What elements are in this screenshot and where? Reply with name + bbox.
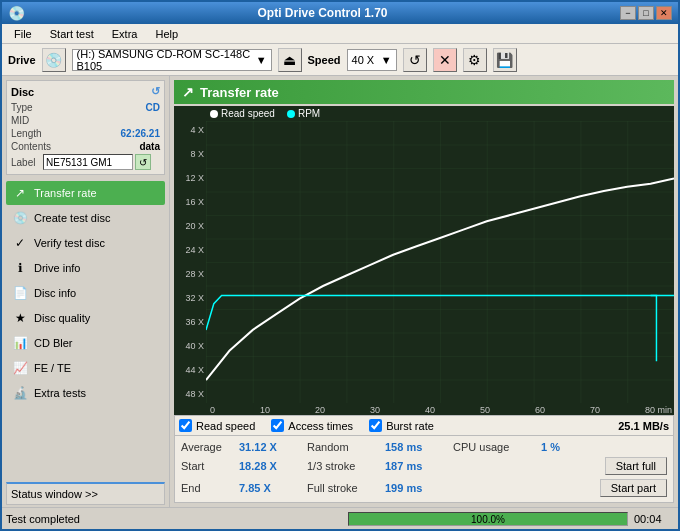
stroke-value: 187 ms [385,460,445,472]
sidebar-label-cd-bler: CD Bler [34,337,73,349]
label-refresh-btn[interactable]: ↺ [135,154,151,170]
sidebar-item-disc-quality[interactable]: ★ Disc quality [6,306,165,330]
sidebar-label-verify-test-disc: Verify test disc [34,237,105,249]
chart-title: Transfer rate [200,85,279,100]
legend-read-speed: Read speed [210,108,275,119]
status-window-button[interactable]: Status window >> [6,482,165,505]
menu-bar: File Start test Extra Help [2,24,678,44]
disc-length-row: Length 62:26.21 [11,128,160,139]
drive-dropdown-arrow: ▼ [256,54,267,66]
burst-rate-value: 25.1 MB/s [618,420,669,432]
stats-row-end: End 7.85 X Full stroke 199 ms Start part [181,477,667,499]
disc-title: Disc [11,86,34,98]
stats-area: Average 31.12 X Random 158 ms CPU usage … [174,435,674,503]
chart-area: 48 X 44 X 40 X 36 X 32 X 28 X 24 X 20 X … [174,121,674,415]
toolbar: Drive 💿 (H:) SAMSUNG CD-ROM SC-148C B105… [2,44,678,76]
menu-start-test[interactable]: Start test [42,26,102,42]
start-value: 18.28 X [239,460,299,472]
sidebar-item-cd-bler[interactable]: 📊 CD Bler [6,331,165,355]
cd-bler-icon: 📊 [12,335,28,351]
sidebar-label-disc-quality: Disc quality [34,312,90,324]
read-speed-checkbox-item: Read speed [179,419,255,432]
sidebar-item-transfer-rate[interactable]: ↗ Transfer rate [6,181,165,205]
create-test-disc-icon: 💿 [12,210,28,226]
progress-text: 100.0% [349,514,627,525]
refresh-speed-btn[interactable]: ↺ [403,48,427,72]
end-label: End [181,482,231,494]
sidebar-item-drive-info[interactable]: ℹ Drive info [6,256,165,280]
stats-row-average: Average 31.12 X Random 158 ms CPU usage … [181,439,667,455]
time-display: 00:04 [634,513,674,525]
disc-contents-row: Contents data [11,141,160,152]
burst-rate-checkbox[interactable] [369,419,382,432]
sidebar-menu: ↗ Transfer rate 💿 Create test disc ✓ Ver… [2,179,169,480]
sidebar-item-extra-tests[interactable]: 🔬 Extra tests [6,381,165,405]
eject-button[interactable]: ⏏ [278,48,302,72]
length-label: Length [11,128,42,139]
close-button[interactable]: ✕ [656,6,672,20]
menu-help[interactable]: Help [147,26,186,42]
checkboxes-row: Read speed Access times Burst rate 25.1 … [174,415,674,435]
average-label: Average [181,441,231,453]
maximize-button[interactable]: □ [638,6,654,20]
progress-bar-container: 100.0% [348,512,628,526]
y-axis: 48 X 44 X 40 X 36 X 32 X 28 X 24 X 20 X … [174,121,206,403]
stats-row-start: Start 18.28 X 1/3 stroke 187 ms Start fu… [181,455,667,477]
read-speed-label: Read speed [221,108,275,119]
drive-info-icon: ℹ [12,260,28,276]
disc-mid-row: MID [11,115,160,126]
sidebar: Disc ↺ Type CD MID Length 62:26.21 Conte… [2,76,170,507]
full-stroke-label: Full stroke [307,482,377,494]
contents-label: Contents [11,141,51,152]
cpu-label: CPU usage [453,441,533,453]
start-part-button[interactable]: Start part [600,479,667,497]
disc-label-row: Label ↺ [11,154,160,170]
access-times-checkbox-label: Access times [288,420,353,432]
random-value: 158 ms [385,441,445,453]
window: 💿 Opti Drive Control 1.70 − □ ✕ File Sta… [0,0,680,531]
menu-extra[interactable]: Extra [104,26,146,42]
title: Opti Drive Control 1.70 [257,6,387,20]
drive-select[interactable]: (H:) SAMSUNG CD-ROM SC-148C B105 ▼ [72,49,272,71]
speed-select[interactable]: 40 X ▼ [347,49,397,71]
sidebar-item-fe-te[interactable]: 📈 FE / TE [6,356,165,380]
stroke-label: 1/3 stroke [307,460,377,472]
start-full-button[interactable]: Start full [605,457,667,475]
menu-file[interactable]: File [6,26,40,42]
sidebar-label-drive-info: Drive info [34,262,80,274]
legend-rpm: RPM [287,108,320,119]
minimize-button[interactable]: − [620,6,636,20]
drive-icon-btn[interactable]: 💿 [42,48,66,72]
save-btn[interactable]: 💾 [493,48,517,72]
content-area: ↗ Transfer rate Read speed RPM [170,76,678,507]
sidebar-item-verify-test-disc[interactable]: ✓ Verify test disc [6,231,165,255]
sidebar-item-create-test-disc[interactable]: 💿 Create test disc [6,206,165,230]
verify-test-disc-icon: ✓ [12,235,28,251]
speed-dropdown-arrow: ▼ [381,54,392,66]
read-speed-checkbox[interactable] [179,419,192,432]
transfer-rate-icon: ↗ [12,185,28,201]
disc-refresh-icon[interactable]: ↺ [151,85,160,98]
drive-label: Drive [8,54,36,66]
fe-te-icon: 📈 [12,360,28,376]
sidebar-label-disc-info: Disc info [34,287,76,299]
sidebar-item-disc-info[interactable]: 📄 Disc info [6,281,165,305]
disc-info-icon: 📄 [12,285,28,301]
disc-label-input[interactable] [43,154,133,170]
clear-btn[interactable]: ✕ [433,48,457,72]
start-label: Start [181,460,231,472]
type-value: CD [146,102,160,113]
read-speed-checkbox-label: Read speed [196,420,255,432]
cpu-value: 1 % [541,441,591,453]
full-stroke-value: 199 ms [385,482,445,494]
sidebar-label-create-test-disc: Create test disc [34,212,110,224]
access-times-checkbox-item: Access times [271,419,353,432]
settings-btn[interactable]: ⚙ [463,48,487,72]
extra-tests-icon: 🔬 [12,385,28,401]
disc-panel: Disc ↺ Type CD MID Length 62:26.21 Conte… [6,80,165,175]
status-text: Test completed [6,513,342,525]
chart-header-icon: ↗ [182,84,194,100]
disc-type-row: Type CD [11,102,160,113]
access-times-checkbox[interactable] [271,419,284,432]
status-bar: Test completed 100.0% 00:04 [2,507,678,529]
